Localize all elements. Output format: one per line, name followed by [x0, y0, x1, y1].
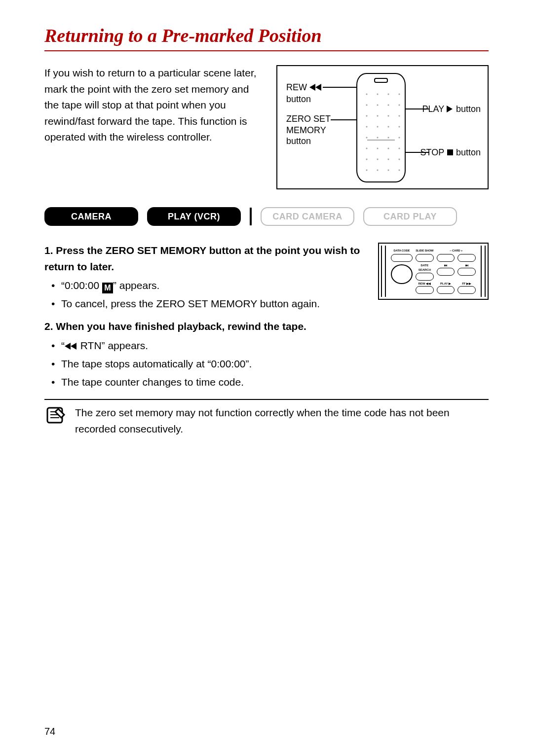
rc-label: PLAY ▶ [437, 282, 455, 286]
play-icon [447, 104, 454, 115]
rc-label: FF ▶▶ [457, 282, 476, 286]
rew-label: REW button [286, 82, 322, 105]
page-title: Returning to a Pre-marked Position [44, 25, 489, 46]
stop-icon [447, 147, 454, 159]
svg-rect-3 [447, 149, 453, 155]
mode-card-camera: CARD CAMERA [261, 207, 354, 226]
rc-label: ⏭ [457, 263, 476, 268]
rc-btn [437, 268, 455, 276]
rc-zero-set-memory-btn [391, 264, 413, 284]
play-button-label: PLAY button [422, 104, 481, 115]
rc-btn [457, 268, 476, 276]
title-rule [44, 50, 489, 51]
note-text: The zero set memory may not function cor… [75, 405, 489, 437]
rc-btn [416, 286, 434, 294]
rc-label: ⏮ [437, 263, 455, 268]
rc-btn [391, 254, 413, 262]
step2-bullet-2: The tape stops automatically at “0:00:00… [61, 356, 489, 372]
rewind-icon [65, 338, 77, 355]
remote-outline [356, 73, 406, 182]
remote-diagram: REW button ZERO SET MEMORY button PLAY [276, 65, 489, 189]
m-badge-icon: M [102, 283, 113, 293]
mode-divider [250, 208, 252, 225]
step2-bullet-1: “ RTN” appears. [61, 338, 489, 355]
mode-card-play: CARD PLAY [363, 207, 457, 226]
note-icon [44, 405, 66, 427]
svg-marker-4 [65, 343, 71, 350]
rc-label-datacode: DATA CODE [391, 249, 413, 253]
intro-paragraph: If you wish to return to a particular sc… [44, 65, 265, 145]
svg-marker-1 [315, 84, 321, 91]
svg-marker-5 [71, 343, 76, 350]
mode-play-vcr: PLAY (VCR) [147, 207, 241, 226]
note-separator [44, 399, 489, 400]
rc-btn [416, 254, 434, 262]
rc-btn [457, 286, 476, 294]
mode-camera: CAMERA [44, 207, 138, 226]
svg-marker-2 [447, 106, 453, 112]
step1-heading: 1. Press the ZERO SET MEMORY button at t… [44, 243, 368, 275]
rc-btn [416, 273, 434, 281]
page-number: 74 [44, 726, 55, 737]
rc-label-card: – CARD + [437, 249, 476, 253]
rc-btn [457, 254, 476, 262]
rc-label: REW ◀◀ [416, 282, 434, 286]
rewind-icon [309, 82, 322, 94]
mode-row: CAMERA PLAY (VCR) CARD CAMERA CARD PLAY [44, 207, 489, 226]
rc-label-slideshow: SLIDE SHOW [416, 249, 434, 253]
rc-btn [437, 286, 455, 294]
svg-marker-0 [309, 84, 315, 91]
zero-set-memory-label: ZERO SET MEMORY button [286, 113, 331, 147]
step1-bullet-2: To cancel, press the ZERO SET MEMORY but… [61, 296, 368, 312]
rc-label: DATE SEARCH [416, 263, 434, 273]
rc-btn [437, 254, 455, 262]
step2-heading: 2. When you have finished playback, rewi… [44, 319, 489, 335]
step1-bullet-1: “0:00:00 M” appears. [61, 278, 368, 294]
step2-bullet-3: The tape counter changes to time code. [61, 374, 489, 391]
remote-closeup: DATA CODE SLIDE SHOW – CARD + DATE SEARC… [378, 243, 489, 300]
